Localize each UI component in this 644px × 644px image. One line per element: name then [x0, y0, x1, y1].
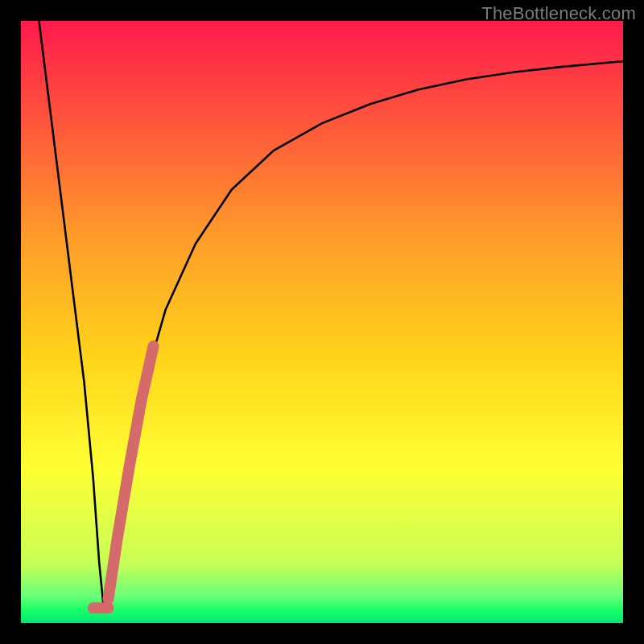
watermark-label: TheBottleneck.com — [481, 3, 636, 24]
gradient-background — [21, 21, 623, 623]
chart-frame: TheBottleneck.com — [0, 0, 644, 644]
plot-area — [21, 21, 623, 623]
chart-svg — [21, 21, 623, 623]
